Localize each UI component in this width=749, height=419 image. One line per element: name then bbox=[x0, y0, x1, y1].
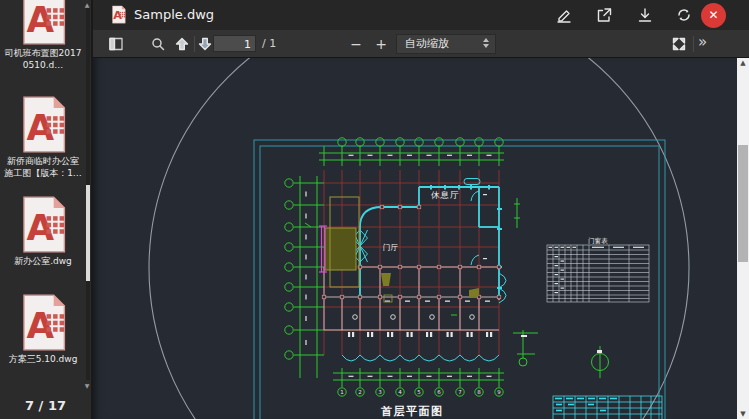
dwg-file-icon bbox=[19, 0, 67, 45]
cad-drawing: 1 2 3 4 5 6 7 8 9 休息厅 门厅 门窗表 首层平面图 bbox=[93, 58, 737, 419]
thumbnail-sidebar: ▲ 司机班布置图20170510.d… 新侨商临时办公室施工图【版本：1… 新办… bbox=[0, 0, 91, 419]
page-total-label: / 1 bbox=[262, 37, 276, 50]
dwg-file-icon bbox=[19, 96, 67, 153]
canvas-scrollbar[interactable]: ▲ ▼ bbox=[737, 58, 749, 419]
magnifier-icon bbox=[150, 36, 166, 52]
fullscreen-expand-icon bbox=[671, 36, 687, 52]
canvas-scrollbar-thumb[interactable] bbox=[738, 145, 748, 262]
refresh-icon bbox=[675, 6, 693, 24]
sidebar-toggle-button[interactable] bbox=[108, 36, 126, 54]
open-external-icon bbox=[595, 6, 613, 24]
file-name-label: 新办公室.dwg bbox=[0, 253, 86, 267]
dwg-file-icon bbox=[19, 196, 67, 253]
zoom-out-button[interactable]: − bbox=[346, 34, 366, 54]
page-up-arrow-icon bbox=[174, 36, 190, 52]
axis-number: 2 bbox=[358, 389, 362, 395]
fullscreen-button[interactable] bbox=[671, 36, 689, 54]
drawing-canvas[interactable]: 1 2 3 4 5 6 7 8 9 休息厅 门厅 门窗表 首层平面图 bbox=[93, 58, 737, 419]
axis-number: 4 bbox=[398, 389, 402, 395]
window-title: Sample.dwg bbox=[134, 7, 214, 22]
more-tools-button[interactable]: » bbox=[698, 33, 707, 51]
refresh-button[interactable] bbox=[675, 6, 693, 24]
sidebar-toggle-icon bbox=[108, 36, 124, 52]
zoom-in-button[interactable]: + bbox=[371, 34, 391, 54]
axis-number: 9 bbox=[497, 389, 501, 395]
dwg-viewer-app: { "window": { "title": "Sample.dwg" }, "… bbox=[0, 0, 749, 419]
axis-number: 3 bbox=[378, 389, 382, 395]
annotate-button[interactable] bbox=[555, 6, 573, 24]
select-arrows-icon bbox=[483, 38, 490, 48]
axis-number: 1 bbox=[340, 389, 344, 395]
axis-number: 5 bbox=[417, 389, 421, 395]
sidebar-file-item[interactable]: 方案三5.10.dwg bbox=[0, 294, 86, 365]
titlebar: Sample.dwg ✕ bbox=[93, 0, 749, 30]
download-icon bbox=[636, 6, 654, 24]
label-plan-title: 首层平面图 bbox=[380, 405, 444, 418]
label-lobby: 门厅 bbox=[383, 243, 399, 252]
previous-page-button[interactable] bbox=[174, 36, 192, 54]
label-schedule-title: 门窗表 bbox=[588, 237, 608, 245]
sidebar-file-item[interactable]: 新办公室.dwg bbox=[0, 196, 86, 267]
axis-number: 8 bbox=[477, 389, 481, 395]
canvas-scroll-down-icon[interactable]: ▼ bbox=[737, 410, 749, 418]
dwg-file-icon bbox=[111, 5, 126, 24]
page-number-input[interactable]: 1 bbox=[213, 35, 256, 52]
sidebar-page-indicator: 7 / 17 bbox=[0, 398, 91, 413]
axis-number: 7 bbox=[458, 389, 462, 395]
viewer-main: Sample.dwg ✕ bbox=[91, 0, 749, 419]
dwg-file-icon bbox=[19, 294, 67, 351]
sidebar-scrollbar-thumb[interactable] bbox=[86, 185, 90, 281]
search-button[interactable] bbox=[150, 36, 168, 54]
pencil-icon bbox=[555, 6, 573, 24]
sidebar-file-item[interactable]: 新侨商临时办公室施工图【版本：1… bbox=[0, 96, 86, 179]
sidebar-file-item[interactable]: 司机班布置图20170510.d… bbox=[0, 0, 86, 71]
canvas-scroll-up-icon[interactable]: ▲ bbox=[737, 59, 749, 67]
page-down-arrow-icon bbox=[197, 36, 213, 52]
close-button[interactable]: ✕ bbox=[701, 3, 726, 28]
download-button[interactable] bbox=[636, 6, 654, 24]
label-rest-hall: 休息厅 bbox=[431, 190, 460, 200]
sidebar-scroll-down-icon[interactable]: ▼ bbox=[83, 382, 91, 390]
toolbar: 1 / 1 − + 自动缩放 » bbox=[93, 30, 749, 58]
toolbar-divider bbox=[194, 36, 195, 52]
share-button[interactable] bbox=[595, 6, 613, 24]
file-name-label: 司机班布置图20170510.d… bbox=[0, 45, 86, 71]
toolbar-divider bbox=[693, 36, 694, 52]
sidebar-scrollbar[interactable] bbox=[86, 8, 90, 380]
axis-number: 6 bbox=[437, 389, 441, 395]
zoom-mode-value: 自动缩放 bbox=[405, 37, 449, 50]
file-name-label: 方案三5.10.dwg bbox=[0, 351, 86, 365]
file-name-label: 新侨商临时办公室施工图【版本：1… bbox=[0, 153, 86, 179]
zoom-mode-select[interactable]: 自动缩放 bbox=[396, 34, 496, 54]
